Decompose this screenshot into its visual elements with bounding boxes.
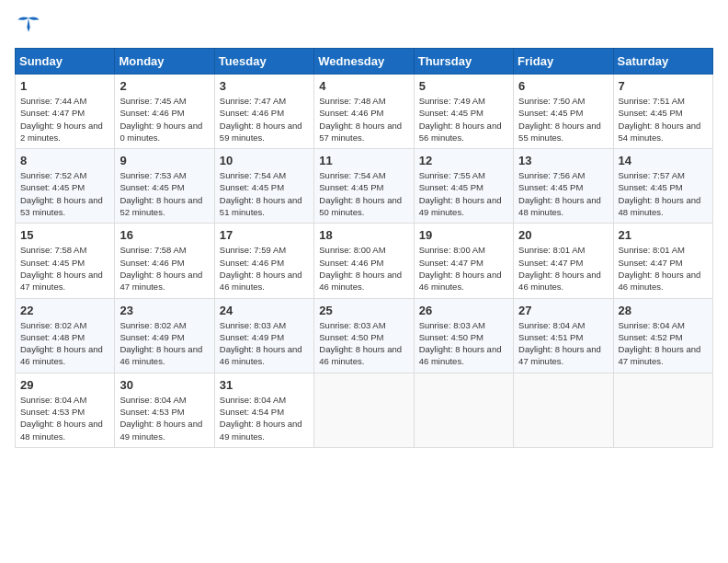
day-number: 18 — [319, 228, 408, 242]
day-number: 23 — [119, 304, 209, 317]
day-info: Sunrise: 8:00 AMSunset: 4:46 PMDaylight:… — [319, 244, 408, 293]
col-thursday: Thursday — [414, 49, 513, 75]
day-info: Sunrise: 7:52 AMSunset: 4:45 PMDaylight:… — [20, 169, 109, 218]
page-header — [15, 15, 713, 37]
table-row: 31 Sunrise: 8:04 AMSunset: 4:54 PMDaylig… — [214, 373, 313, 447]
table-row: 19 Sunrise: 8:00 AMSunset: 4:47 PMDaylig… — [414, 224, 513, 298]
day-number: 20 — [518, 228, 608, 242]
day-number: 24 — [220, 304, 309, 317]
table-row: 26 Sunrise: 8:03 AMSunset: 4:50 PMDaylig… — [414, 298, 513, 373]
day-number: 1 — [20, 79, 109, 93]
day-info: Sunrise: 8:04 AMSunset: 4:52 PMDaylight:… — [619, 319, 708, 368]
day-info: Sunrise: 7:50 AMSunset: 4:45 PMDaylight:… — [518, 95, 608, 144]
day-info: Sunrise: 7:49 AMSunset: 4:45 PMDaylight:… — [419, 95, 508, 144]
table-row: 27 Sunrise: 8:04 AMSunset: 4:51 PMDaylig… — [514, 298, 613, 373]
day-info: Sunrise: 7:45 AMSunset: 4:46 PMDaylight:… — [119, 95, 209, 144]
table-row: 16 Sunrise: 7:58 AMSunset: 4:46 PMDaylig… — [115, 224, 214, 298]
day-info: Sunrise: 7:56 AMSunset: 4:45 PMDaylight:… — [518, 169, 608, 218]
calendar-week-row: 22 Sunrise: 8:02 AMSunset: 4:48 PMDaylig… — [16, 298, 713, 373]
day-info: Sunrise: 8:04 AMSunset: 4:53 PMDaylight:… — [20, 394, 109, 442]
day-info: Sunrise: 8:01 AMSunset: 4:47 PMDaylight:… — [518, 244, 608, 293]
table-row: 25 Sunrise: 8:03 AMSunset: 4:50 PMDaylig… — [314, 298, 414, 373]
day-info: Sunrise: 7:51 AMSunset: 4:45 PMDaylight:… — [619, 95, 708, 144]
calendar-week-row: 1 Sunrise: 7:44 AMSunset: 4:47 PMDayligh… — [16, 75, 713, 149]
col-friday: Friday — [514, 49, 613, 75]
day-info: Sunrise: 8:03 AMSunset: 4:50 PMDaylight:… — [319, 319, 408, 368]
table-row: 23 Sunrise: 8:02 AMSunset: 4:49 PMDaylig… — [115, 298, 214, 373]
day-info: Sunrise: 7:48 AMSunset: 4:46 PMDaylight:… — [319, 95, 408, 144]
day-number: 26 — [419, 304, 508, 317]
logo-icon — [15, 15, 42, 37]
day-number: 6 — [518, 79, 608, 93]
col-monday: Monday — [115, 49, 214, 75]
day-info: Sunrise: 8:01 AMSunset: 4:47 PMDaylight:… — [619, 244, 708, 293]
day-info: Sunrise: 7:44 AMSunset: 4:47 PMDaylight:… — [20, 95, 109, 144]
day-info: Sunrise: 7:59 AMSunset: 4:46 PMDaylight:… — [220, 244, 309, 293]
calendar-week-row: 8 Sunrise: 7:52 AMSunset: 4:45 PMDayligh… — [16, 149, 713, 224]
day-info: Sunrise: 7:55 AMSunset: 4:45 PMDaylight:… — [419, 169, 508, 218]
day-number: 16 — [119, 228, 209, 242]
table-row: 4 Sunrise: 7:48 AMSunset: 4:46 PMDayligh… — [314, 75, 414, 149]
table-row — [613, 373, 712, 447]
calendar-week-row: 15 Sunrise: 7:58 AMSunset: 4:45 PMDaylig… — [16, 224, 713, 298]
table-row: 30 Sunrise: 8:04 AMSunset: 4:53 PMDaylig… — [115, 373, 214, 447]
table-row — [414, 373, 513, 447]
day-info: Sunrise: 8:03 AMSunset: 4:50 PMDaylight:… — [419, 319, 508, 368]
day-info: Sunrise: 8:02 AMSunset: 4:48 PMDaylight:… — [20, 319, 109, 368]
col-tuesday: Tuesday — [214, 49, 313, 75]
day-number: 11 — [319, 154, 408, 167]
day-number: 28 — [619, 304, 708, 317]
day-number: 2 — [119, 79, 209, 93]
table-row: 12 Sunrise: 7:55 AMSunset: 4:45 PMDaylig… — [414, 149, 513, 224]
table-row: 21 Sunrise: 8:01 AMSunset: 4:47 PMDaylig… — [613, 224, 712, 298]
day-number: 22 — [20, 304, 109, 317]
table-row: 17 Sunrise: 7:59 AMSunset: 4:46 PMDaylig… — [214, 224, 313, 298]
table-row: 28 Sunrise: 8:04 AMSunset: 4:52 PMDaylig… — [613, 298, 712, 373]
day-number: 31 — [220, 378, 309, 392]
table-row: 22 Sunrise: 8:02 AMSunset: 4:48 PMDaylig… — [16, 298, 115, 373]
day-number: 19 — [419, 228, 508, 242]
day-number: 7 — [619, 79, 708, 93]
day-info: Sunrise: 7:47 AMSunset: 4:46 PMDaylight:… — [220, 95, 309, 144]
day-number: 5 — [419, 79, 508, 93]
day-info: Sunrise: 7:58 AMSunset: 4:46 PMDaylight:… — [119, 244, 209, 293]
day-info: Sunrise: 8:00 AMSunset: 4:47 PMDaylight:… — [419, 244, 508, 293]
day-info: Sunrise: 7:54 AMSunset: 4:45 PMDaylight:… — [220, 169, 309, 218]
table-row: 6 Sunrise: 7:50 AMSunset: 4:45 PMDayligh… — [514, 75, 613, 149]
col-sunday: Sunday — [16, 49, 115, 75]
calendar-header-row: Sunday Monday Tuesday Wednesday Thursday… — [16, 49, 713, 75]
table-row — [314, 373, 414, 447]
day-number: 12 — [419, 154, 508, 167]
day-number: 25 — [319, 304, 408, 317]
table-row: 24 Sunrise: 8:03 AMSunset: 4:49 PMDaylig… — [214, 298, 313, 373]
day-info: Sunrise: 8:04 AMSunset: 4:54 PMDaylight:… — [220, 394, 309, 442]
table-row: 18 Sunrise: 8:00 AMSunset: 4:46 PMDaylig… — [314, 224, 414, 298]
day-number: 9 — [119, 154, 209, 167]
day-number: 3 — [220, 79, 309, 93]
day-number: 30 — [119, 378, 209, 392]
logo — [15, 15, 46, 37]
table-row: 11 Sunrise: 7:54 AMSunset: 4:45 PMDaylig… — [314, 149, 414, 224]
day-number: 14 — [619, 154, 708, 167]
day-number: 17 — [220, 228, 309, 242]
table-row: 1 Sunrise: 7:44 AMSunset: 4:47 PMDayligh… — [16, 75, 115, 149]
col-saturday: Saturday — [613, 49, 712, 75]
table-row: 2 Sunrise: 7:45 AMSunset: 4:46 PMDayligh… — [115, 75, 214, 149]
calendar-table: Sunday Monday Tuesday Wednesday Thursday… — [15, 48, 713, 448]
table-row: 9 Sunrise: 7:53 AMSunset: 4:45 PMDayligh… — [115, 149, 214, 224]
table-row: 20 Sunrise: 8:01 AMSunset: 4:47 PMDaylig… — [514, 224, 613, 298]
col-wednesday: Wednesday — [314, 49, 414, 75]
day-number: 8 — [20, 154, 109, 167]
day-info: Sunrise: 8:03 AMSunset: 4:49 PMDaylight:… — [220, 319, 309, 368]
calendar-week-row: 29 Sunrise: 8:04 AMSunset: 4:53 PMDaylig… — [16, 373, 713, 447]
day-info: Sunrise: 7:58 AMSunset: 4:45 PMDaylight:… — [20, 244, 109, 293]
table-row: 29 Sunrise: 8:04 AMSunset: 4:53 PMDaylig… — [16, 373, 115, 447]
day-number: 13 — [518, 154, 608, 167]
day-info: Sunrise: 8:04 AMSunset: 4:51 PMDaylight:… — [518, 319, 608, 368]
day-number: 15 — [20, 228, 109, 242]
day-number: 21 — [619, 228, 708, 242]
table-row: 8 Sunrise: 7:52 AMSunset: 4:45 PMDayligh… — [16, 149, 115, 224]
table-row: 7 Sunrise: 7:51 AMSunset: 4:45 PMDayligh… — [613, 75, 712, 149]
table-row: 15 Sunrise: 7:58 AMSunset: 4:45 PMDaylig… — [16, 224, 115, 298]
day-info: Sunrise: 7:53 AMSunset: 4:45 PMDaylight:… — [119, 169, 209, 218]
